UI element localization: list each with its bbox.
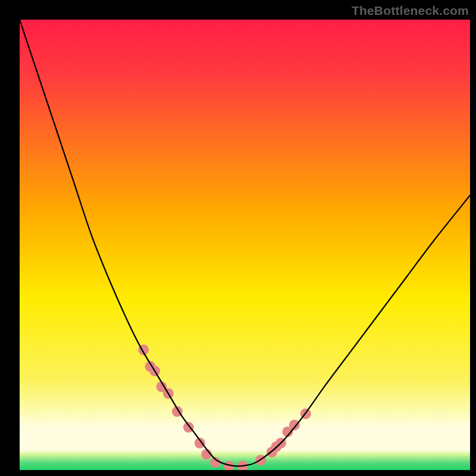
chart-stage: TheBottleneck.com xyxy=(0,0,476,476)
fit-marker xyxy=(289,419,300,430)
chart-svg xyxy=(20,20,470,470)
gradient-background xyxy=(20,20,470,470)
plot-area xyxy=(20,20,470,470)
watermark-text: TheBottleneck.com xyxy=(352,4,469,18)
